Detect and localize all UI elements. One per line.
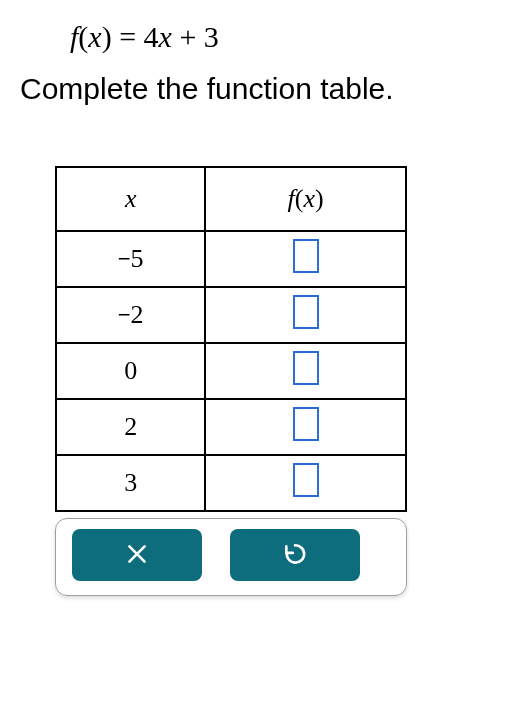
- x-cell: −5: [56, 231, 205, 287]
- fx-cell: [205, 399, 406, 455]
- table-row: −5: [56, 231, 406, 287]
- answer-input-3[interactable]: [293, 407, 319, 441]
- fx-cell: [205, 287, 406, 343]
- equation-coeff: 4: [144, 20, 159, 53]
- instruction-text: Complete the function table.: [20, 72, 529, 106]
- answer-input-2[interactable]: [293, 351, 319, 385]
- answer-input-0[interactable]: [293, 239, 319, 273]
- table-row: 0: [56, 343, 406, 399]
- x-cell: −2: [56, 287, 205, 343]
- fx-cell: [205, 343, 406, 399]
- x-cell: 3: [56, 455, 205, 511]
- clear-button[interactable]: [72, 529, 202, 581]
- fx-cell: [205, 231, 406, 287]
- table-row: 2: [56, 399, 406, 455]
- table-row: −2: [56, 287, 406, 343]
- reset-button[interactable]: [230, 529, 360, 581]
- function-definition: f(x) = 4x + 3: [70, 20, 529, 54]
- action-toolbar: [55, 518, 407, 596]
- function-table: x f(x) −5: [55, 166, 407, 512]
- equation-var: x: [88, 20, 101, 53]
- equation-op: +: [179, 20, 196, 53]
- fx-cell: [205, 455, 406, 511]
- x-cell: 0: [56, 343, 205, 399]
- header-x: x: [56, 167, 205, 231]
- answer-input-1[interactable]: [293, 295, 319, 329]
- x-cell: 2: [56, 399, 205, 455]
- undo-icon: [282, 541, 308, 570]
- close-icon: [124, 541, 150, 570]
- answer-input-4[interactable]: [293, 463, 319, 497]
- header-fx: f(x): [205, 167, 406, 231]
- equation-rhs-var: x: [159, 20, 172, 53]
- table-row: 3: [56, 455, 406, 511]
- equation-const: 3: [204, 20, 219, 53]
